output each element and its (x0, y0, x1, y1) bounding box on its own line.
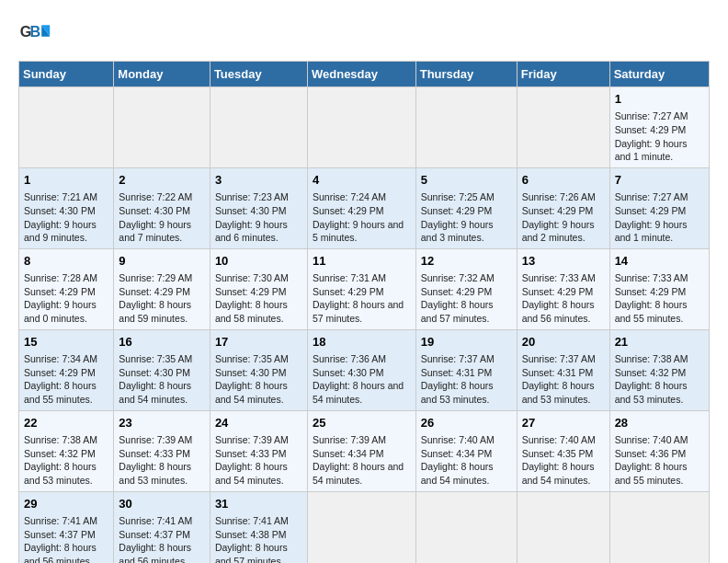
day-number: 18 (313, 334, 411, 350)
cell-content: Sunrise: 7:23 AMSunset: 4:30 PMDaylight:… (215, 190, 302, 245)
day-number: 26 (421, 415, 512, 431)
day-header-tuesday: Tuesday (210, 62, 307, 87)
day-number: 31 (215, 496, 302, 512)
day-header-friday: Friday (517, 62, 609, 87)
cell-content: Sunrise: 7:39 AMSunset: 4:33 PMDaylight:… (119, 433, 205, 488)
cell-content: Sunrise: 7:41 AMSunset: 4:38 PMDaylight:… (215, 514, 302, 563)
calendar-cell-3-5: 20Sunrise: 7:37 AMSunset: 4:31 PMDayligh… (517, 329, 609, 410)
calendar-table: SundayMondayTuesdayWednesdayThursdayFrid… (18, 61, 710, 563)
calendar-cell-5-6 (609, 491, 709, 563)
cell-content: Sunrise: 7:33 AMSunset: 4:29 PMDaylight:… (522, 271, 605, 326)
cell-content: Sunrise: 7:41 AMSunset: 4:37 PMDaylight:… (24, 514, 108, 563)
day-number: 23 (119, 415, 205, 431)
day-number: 25 (313, 415, 411, 431)
header: G B (18, 18, 710, 52)
calendar-cell-0-3 (307, 87, 415, 168)
cell-content: Sunrise: 7:34 AMSunset: 4:29 PMDaylight:… (24, 352, 108, 407)
day-number: 1 (615, 91, 704, 108)
calendar-cell-1-3: 4Sunrise: 7:24 AMSunset: 4:29 PMDaylight… (307, 167, 415, 248)
day-number: 21 (615, 334, 704, 350)
logo-icon: G B (18, 18, 51, 52)
calendar-week-2: 8Sunrise: 7:28 AMSunset: 4:29 PMDaylight… (19, 248, 710, 329)
day-number: 16 (119, 334, 205, 350)
day-number: 24 (215, 415, 302, 431)
calendar-cell-1-1: 2Sunrise: 7:22 AMSunset: 4:30 PMDaylight… (114, 167, 210, 248)
day-header-monday: Monday (114, 62, 210, 87)
day-number: 19 (421, 334, 512, 350)
calendar-cell-5-2: 31Sunrise: 7:41 AMSunset: 4:38 PMDayligh… (210, 491, 307, 563)
cell-content: Sunrise: 7:39 AMSunset: 4:33 PMDaylight:… (215, 433, 302, 488)
calendar-cell-2-5: 13Sunrise: 7:33 AMSunset: 4:29 PMDayligh… (517, 248, 609, 329)
day-number: 10 (215, 253, 302, 270)
cell-content: Sunrise: 7:27 AMSunset: 4:29 PMDaylight:… (615, 109, 704, 164)
logo: G B (18, 18, 55, 52)
cell-content: Sunrise: 7:26 AMSunset: 4:29 PMDaylight:… (522, 190, 605, 245)
calendar-cell-0-4 (415, 87, 517, 168)
day-number: 22 (24, 415, 108, 431)
cell-content: Sunrise: 7:35 AMSunset: 4:30 PMDaylight:… (119, 352, 205, 407)
day-number: 28 (615, 415, 704, 431)
cell-content: Sunrise: 7:39 AMSunset: 4:34 PMDaylight:… (313, 433, 411, 488)
calendar-cell-2-4: 12Sunrise: 7:32 AMSunset: 4:29 PMDayligh… (415, 248, 517, 329)
calendar-cell-2-3: 11Sunrise: 7:31 AMSunset: 4:29 PMDayligh… (307, 248, 415, 329)
calendar-cell-3-0: 15Sunrise: 7:34 AMSunset: 4:29 PMDayligh… (19, 329, 114, 410)
calendar-cell-2-6: 14Sunrise: 7:33 AMSunset: 4:29 PMDayligh… (609, 248, 709, 329)
calendar-cell-3-6: 21Sunrise: 7:38 AMSunset: 4:32 PMDayligh… (609, 329, 709, 410)
calendar-cell-5-0: 29Sunrise: 7:41 AMSunset: 4:37 PMDayligh… (19, 491, 114, 563)
calendar-cell-5-1: 30Sunrise: 7:41 AMSunset: 4:37 PMDayligh… (114, 491, 210, 563)
day-number: 2 (119, 172, 205, 189)
calendar-cell-2-2: 10Sunrise: 7:30 AMSunset: 4:29 PMDayligh… (210, 248, 307, 329)
cell-content: Sunrise: 7:21 AMSunset: 4:30 PMDaylight:… (24, 190, 108, 245)
cell-content: Sunrise: 7:33 AMSunset: 4:29 PMDaylight:… (615, 271, 704, 326)
calendar-cell-4-5: 27Sunrise: 7:40 AMSunset: 4:35 PMDayligh… (517, 410, 609, 491)
cell-content: Sunrise: 7:28 AMSunset: 4:29 PMDaylight:… (24, 271, 108, 326)
calendar-cell-3-3: 18Sunrise: 7:36 AMSunset: 4:30 PMDayligh… (307, 329, 415, 410)
calendar-cell-0-2 (210, 87, 307, 168)
calendar-week-5: 29Sunrise: 7:41 AMSunset: 4:37 PMDayligh… (19, 491, 710, 563)
day-number: 12 (421, 253, 512, 270)
calendar-cell-4-6: 28Sunrise: 7:40 AMSunset: 4:36 PMDayligh… (609, 410, 709, 491)
day-header-saturday: Saturday (609, 62, 709, 87)
calendar-cell-4-0: 22Sunrise: 7:38 AMSunset: 4:32 PMDayligh… (19, 410, 114, 491)
day-number: 6 (522, 172, 605, 189)
calendar-cell-1-5: 6Sunrise: 7:26 AMSunset: 4:29 PMDaylight… (517, 167, 609, 248)
cell-content: Sunrise: 7:40 AMSunset: 4:36 PMDaylight:… (615, 433, 704, 488)
cell-content: Sunrise: 7:38 AMSunset: 4:32 PMDaylight:… (615, 352, 704, 407)
day-header-sunday: Sunday (19, 62, 114, 87)
calendar-cell-5-4 (415, 491, 517, 563)
cell-content: Sunrise: 7:22 AMSunset: 4:30 PMDaylight:… (119, 190, 205, 245)
day-number: 1 (24, 172, 108, 189)
svg-text:B: B (30, 23, 41, 40)
calendar-week-1: 1Sunrise: 7:21 AMSunset: 4:30 PMDaylight… (19, 167, 710, 248)
cell-content: Sunrise: 7:41 AMSunset: 4:37 PMDaylight:… (119, 514, 205, 563)
calendar-cell-3-1: 16Sunrise: 7:35 AMSunset: 4:30 PMDayligh… (114, 329, 210, 410)
cell-content: Sunrise: 7:40 AMSunset: 4:35 PMDaylight:… (522, 433, 605, 488)
cell-content: Sunrise: 7:25 AMSunset: 4:29 PMDaylight:… (421, 190, 512, 245)
day-number: 15 (24, 334, 108, 350)
cell-content: Sunrise: 7:35 AMSunset: 4:30 PMDaylight:… (215, 352, 302, 407)
calendar-cell-0-1 (114, 87, 210, 168)
calendar-cell-0-0 (19, 87, 114, 168)
day-number: 13 (522, 253, 605, 270)
cell-content: Sunrise: 7:37 AMSunset: 4:31 PMDaylight:… (421, 352, 512, 407)
cell-content: Sunrise: 7:37 AMSunset: 4:31 PMDaylight:… (522, 352, 605, 407)
calendar-cell-0-6: 1Sunrise: 7:27 AMSunset: 4:29 PMDaylight… (609, 87, 709, 168)
day-number: 30 (119, 496, 205, 512)
day-number: 17 (215, 334, 302, 350)
calendar-cell-3-2: 17Sunrise: 7:35 AMSunset: 4:30 PMDayligh… (210, 329, 307, 410)
calendar-cell-1-0: 1Sunrise: 7:21 AMSunset: 4:30 PMDaylight… (19, 167, 114, 248)
cell-content: Sunrise: 7:31 AMSunset: 4:29 PMDaylight:… (313, 271, 411, 326)
calendar-cell-1-6: 7Sunrise: 7:27 AMSunset: 4:29 PMDaylight… (609, 167, 709, 248)
calendar-cell-5-5 (517, 491, 609, 563)
day-number: 3 (215, 172, 302, 189)
day-number: 29 (24, 496, 108, 512)
cell-content: Sunrise: 7:29 AMSunset: 4:29 PMDaylight:… (119, 271, 205, 326)
day-number: 8 (24, 253, 108, 270)
calendar-cell-5-3 (307, 491, 415, 563)
day-number: 7 (615, 172, 704, 189)
calendar-cell-0-5 (517, 87, 609, 168)
cell-content: Sunrise: 7:32 AMSunset: 4:29 PMDaylight:… (421, 271, 512, 326)
calendar-cell-4-3: 25Sunrise: 7:39 AMSunset: 4:34 PMDayligh… (307, 410, 415, 491)
calendar-cell-1-2: 3Sunrise: 7:23 AMSunset: 4:30 PMDaylight… (210, 167, 307, 248)
calendar-cell-3-4: 19Sunrise: 7:37 AMSunset: 4:31 PMDayligh… (415, 329, 517, 410)
